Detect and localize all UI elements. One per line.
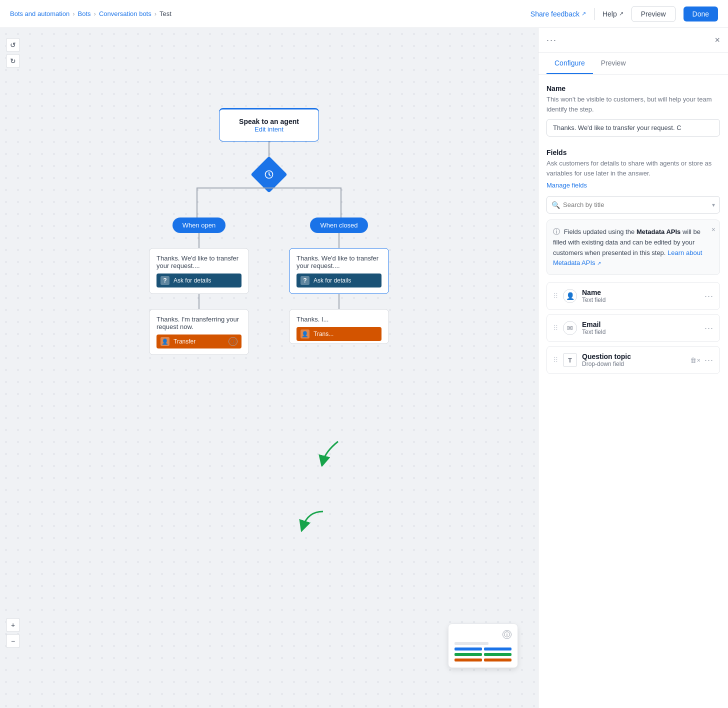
help-button[interactable]: Help ↗ xyxy=(602,10,624,18)
popup-info-icon[interactable]: ⓘ xyxy=(502,630,512,639)
flow-diagram: Speak to an agent Edit intent xyxy=(119,108,419,355)
panel-close-button[interactable]: × xyxy=(714,35,720,46)
field-email-type: Text field xyxy=(582,328,700,336)
info-banner: ⓘ Fields updated using the Metadata APIs… xyxy=(546,220,720,275)
search-input[interactable] xyxy=(546,196,720,214)
edit-intent-link[interactable]: Edit intent xyxy=(232,126,306,133)
header-actions: Share feedback ↗ Help ↗ Preview Done xyxy=(530,6,718,22)
speak-to-agent-node[interactable]: Speak to an agent Edit intent xyxy=(219,108,319,142)
green-arrow-2 xyxy=(318,436,343,468)
branch-lines xyxy=(179,188,359,218)
flow-canvas[interactable]: ↺ ↻ Speak to an agent Edit intent xyxy=(0,28,538,708)
undo-button[interactable]: ↺ xyxy=(6,38,20,52)
popup-bar-2b xyxy=(484,648,512,650)
popup-bar-1 xyxy=(454,642,488,645)
name-desc: This won't be visible to customers, but … xyxy=(546,94,720,114)
tab-configure[interactable]: Configure xyxy=(546,53,593,74)
name-section: Name This won't be visible to customers,… xyxy=(546,84,720,136)
person-icon-2: 👤 xyxy=(300,330,310,338)
header-divider xyxy=(594,8,594,20)
zoom-in-button[interactable]: + xyxy=(6,618,20,632)
h-line xyxy=(196,188,342,188)
fields-desc: Ask customers for details to share with … xyxy=(546,158,720,178)
preview-button[interactable]: Preview xyxy=(632,6,676,22)
branch-closed: When closed Thanks. We'd like to transfe… xyxy=(289,218,389,344)
redo-button[interactable]: ↻ xyxy=(6,54,20,68)
transfer-text: Thanks. I'm transferring your request no… xyxy=(156,316,239,330)
share-feedback-button[interactable]: Share feedback ↗ xyxy=(530,10,586,18)
conn-open-1 xyxy=(198,233,200,248)
popup-bar-3b xyxy=(484,653,512,656)
banner-close-button[interactable]: × xyxy=(712,224,716,235)
field-question-type: Drop-down field xyxy=(582,360,685,368)
help-label: Help xyxy=(602,10,617,18)
breadcrumb-sep-1: › xyxy=(72,10,74,18)
field-email-more[interactable]: ··· xyxy=(704,323,714,334)
drag-handle-name[interactable]: ⠿ xyxy=(553,292,558,300)
delete-icon[interactable]: 🗑× xyxy=(690,356,700,364)
popup-row-2 xyxy=(454,648,512,650)
zoom-out-button[interactable]: − xyxy=(6,634,20,648)
share-feedback-label: Share feedback xyxy=(530,10,580,18)
breadcrumb: Bots and automation › Bots › Conversatio… xyxy=(10,10,172,18)
branches: When open Thanks. We'd like to transfer … xyxy=(149,218,389,355)
external-link-icon: ↗ xyxy=(582,10,586,17)
fields-label: Fields xyxy=(546,148,720,156)
info-icon: ⓘ xyxy=(553,228,560,236)
breadcrumb-bots[interactable]: Bots xyxy=(78,10,91,18)
branch-open: When open Thanks. We'd like to transfer … xyxy=(149,218,249,355)
panel-more-button[interactable]: ··· xyxy=(546,35,557,46)
manage-fields-link[interactable]: Manage fields xyxy=(546,182,587,189)
branch-line-right xyxy=(340,188,342,218)
drag-handle-question[interactable]: ⠿ xyxy=(553,356,558,364)
popup-bar-4b xyxy=(484,658,512,662)
transfer-tag-open[interactable]: 👤 Transfer ⓘ xyxy=(156,334,242,348)
ask-label-closed: Ask for details xyxy=(314,277,351,284)
person-icon-field: 👤 xyxy=(563,289,577,303)
metadata-external-icon: ↗ xyxy=(597,260,601,266)
chevron-down-icon: ▾ xyxy=(712,202,715,208)
search-box-wrap: 🔍 ▾ xyxy=(546,196,720,214)
when-closed-button[interactable]: When closed xyxy=(310,218,368,233)
field-name-type: Text field xyxy=(582,296,700,304)
right-panel: ··· × Configure Preview Name This won't … xyxy=(538,28,728,708)
ask-icon: ? xyxy=(160,276,170,285)
message-closed-text: Thanks. We'd like to transfer your reque… xyxy=(296,254,378,270)
transfer-label-2: Trans... xyxy=(314,330,334,338)
transfer-tag-closed[interactable]: 👤 Trans... xyxy=(296,327,382,341)
field-question-label: Question topic xyxy=(582,352,685,360)
field-question-more[interactable]: ··· xyxy=(704,355,714,366)
message-closed[interactable]: Thanks. We'd like to transfer your reque… xyxy=(289,248,389,294)
transfer-info-icon[interactable]: ⓘ xyxy=(228,337,238,346)
field-question-text: Question topic Drop-down field xyxy=(582,352,685,368)
name-input[interactable] xyxy=(546,119,720,136)
banner-bold: Metadata APIs xyxy=(636,228,680,236)
message-open[interactable]: Thanks. We'd like to transfer your reque… xyxy=(149,248,249,294)
breadcrumb-bots-automation[interactable]: Bots and automation xyxy=(10,10,70,18)
done-button[interactable]: Done xyxy=(684,6,718,22)
arrow-svg-1 xyxy=(298,506,328,536)
breadcrumb-conversation-bots[interactable]: Conversation bots xyxy=(99,10,152,18)
popup-bar-3a xyxy=(454,653,482,656)
conn-closed-2 xyxy=(338,294,340,309)
zoom-controls: + − xyxy=(6,618,20,648)
field-name-label: Name xyxy=(582,288,700,296)
popup-row-4 xyxy=(454,658,512,662)
transfer-open[interactable]: Thanks. I'm transferring your request no… xyxy=(149,309,249,355)
message-open-text: Thanks. We'd like to transfer your reque… xyxy=(156,254,238,270)
undo-redo-controls: ↺ ↻ xyxy=(6,38,20,68)
main-layout: ↺ ↻ Speak to an agent Edit intent xyxy=(0,28,728,708)
field-name-more[interactable]: ··· xyxy=(704,291,714,302)
node-title: Speak to an agent xyxy=(232,118,306,126)
search-wrap-outer: 🔍 ▾ ⓘ Fields updated using the Metadata … xyxy=(546,196,720,275)
ask-details-closed[interactable]: ? Ask for details xyxy=(296,274,382,288)
arrow-svg-2 xyxy=(318,436,343,466)
breadcrumb-sep-3: › xyxy=(154,10,156,18)
field-email-text: Email Text field xyxy=(582,320,700,336)
transfer-closed[interactable]: Thanks. I... 👤 Trans... xyxy=(289,309,389,344)
ask-details-open[interactable]: ? Ask for details xyxy=(156,274,242,288)
drag-handle-email[interactable]: ⠿ xyxy=(553,324,558,332)
when-open-button[interactable]: When open xyxy=(172,218,226,233)
tab-preview[interactable]: Preview xyxy=(593,53,634,74)
text-icon-field: T xyxy=(563,353,577,367)
